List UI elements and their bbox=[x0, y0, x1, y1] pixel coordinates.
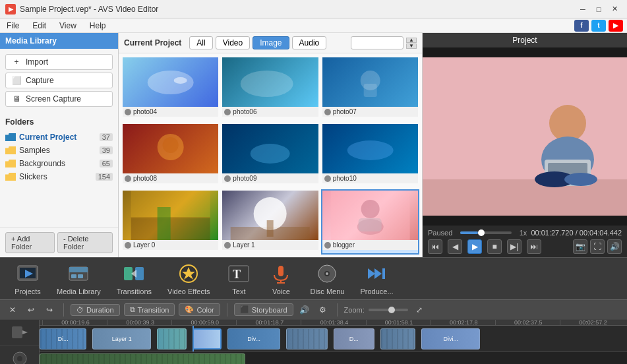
folder-backgrounds[interactable]: Backgrounds 65 bbox=[5, 157, 113, 170]
capture-button[interactable]: ⬜ Capture bbox=[5, 73, 113, 88]
transition-button[interactable]: ⧉ Transition bbox=[124, 303, 175, 316]
fullscreen-button[interactable]: ⛶ bbox=[590, 239, 605, 254]
expand-button[interactable]: ⤢ bbox=[412, 303, 427, 317]
minimize-button[interactable]: ─ bbox=[576, 3, 590, 15]
social-icons: f t ▶ bbox=[574, 20, 623, 32]
audio-clip-1[interactable] bbox=[40, 353, 245, 364]
folders-section: Folders Current Project 37 Samples 39 Ba… bbox=[0, 112, 118, 228]
progress-bar[interactable] bbox=[460, 231, 511, 234]
tool-transitions[interactable]: Transitions bbox=[110, 259, 158, 298]
tool-projects[interactable]: Projects bbox=[8, 259, 47, 298]
tool-video-effects[interactable]: Video Effects bbox=[161, 259, 216, 298]
capture-label: Capture bbox=[26, 76, 54, 85]
import-label: Import bbox=[26, 57, 48, 67]
duration-button[interactable]: ⏱ Duration bbox=[71, 304, 120, 316]
media-item-layer1[interactable]: Layer 1 bbox=[221, 189, 319, 255]
media-item-photo07[interactable]: photo07 bbox=[321, 56, 419, 121]
project-search[interactable] bbox=[351, 36, 403, 49]
stop-button[interactable]: ■ bbox=[487, 239, 502, 254]
filter-image[interactable]: Image bbox=[253, 36, 289, 49]
menu-edit[interactable]: Edit bbox=[30, 20, 49, 32]
settings-button[interactable]: ⚙ bbox=[316, 303, 330, 317]
clip-di[interactable]: Di... bbox=[40, 328, 86, 349]
play-button[interactable]: ▶ bbox=[467, 239, 482, 254]
ruler-mark: 00:02:57.2 bbox=[560, 320, 624, 326]
maximize-button[interactable]: □ bbox=[591, 3, 606, 15]
delete-folder-button[interactable]: - Delete Folder bbox=[57, 232, 113, 253]
controls-row1: Paused 1x 00:01:27.720 / 00:04:04.442 bbox=[428, 229, 622, 237]
text-icon: T bbox=[227, 262, 251, 286]
close-button[interactable]: ✕ bbox=[607, 3, 622, 15]
screen-capture-button[interactable]: 🖥 Screen Capture bbox=[5, 91, 113, 107]
skip-back-button[interactable]: ⏮ bbox=[428, 239, 442, 254]
clip-highlighted[interactable] bbox=[193, 328, 222, 349]
media-item-layer0[interactable]: Layer 0 bbox=[121, 189, 220, 255]
color-icon: 🎨 bbox=[185, 305, 194, 314]
ruler-mark: 00:01:18.7 bbox=[236, 320, 301, 326]
folder-actions: + Add Folder - Delete Folder bbox=[0, 228, 118, 257]
filter-all[interactable]: All bbox=[189, 36, 212, 49]
folder-name: Current Project bbox=[19, 133, 100, 142]
person-icon bbox=[324, 242, 331, 249]
folder-samples[interactable]: Samples 39 bbox=[5, 144, 113, 157]
step-forward-button[interactable]: ▶| bbox=[507, 239, 522, 254]
media-item-photo04[interactable]: photo04 bbox=[121, 56, 220, 121]
timeline-content: 00:00:19.6 00:00:39.3 00:00:59.0 00:01:1… bbox=[40, 320, 627, 364]
add-folder-button[interactable]: + Add Folder bbox=[5, 232, 55, 253]
volume-timeline-button[interactable]: 🔊 bbox=[297, 303, 312, 317]
tool-media-library[interactable]: Media Library bbox=[50, 259, 107, 298]
ruler-mark: 00:00:19.6 bbox=[42, 320, 107, 326]
import-button[interactable]: + Import bbox=[5, 54, 113, 70]
storyboard-label: Storyboard bbox=[252, 306, 287, 314]
scroll-down-button[interactable]: ▼ bbox=[406, 44, 417, 49]
twitter-icon[interactable]: t bbox=[591, 20, 606, 32]
youtube-icon[interactable]: ▶ bbox=[609, 20, 623, 32]
tool-produce[interactable]: Produce... bbox=[353, 259, 400, 298]
skip-forward-button[interactable]: ⏭ bbox=[527, 239, 541, 254]
screenshot-button[interactable]: 📷 bbox=[573, 239, 587, 254]
media-label: Layer 1 bbox=[222, 240, 318, 250]
capture-icon: ⬜ bbox=[11, 76, 22, 84]
clip-div[interactable]: Div... bbox=[227, 328, 280, 349]
clip-7[interactable] bbox=[380, 328, 415, 349]
media-item-photo10[interactable]: photo10 bbox=[321, 123, 419, 188]
menu-file[interactable]: File bbox=[4, 20, 22, 32]
svg-point-1 bbox=[174, 77, 187, 84]
media-item-photo09[interactable]: photo09 bbox=[221, 123, 319, 188]
folder-current-project[interactable]: Current Project 37 bbox=[5, 131, 113, 144]
folder-icon bbox=[5, 146, 16, 154]
redo-button[interactable]: ↪ bbox=[42, 303, 57, 317]
storyboard-button[interactable]: ⬛ Storyboard bbox=[234, 303, 293, 316]
media-item-blogger[interactable]: blogger bbox=[321, 189, 419, 255]
color-label: Color bbox=[196, 306, 214, 314]
media-item-photo08[interactable]: photo08 bbox=[121, 123, 220, 188]
folder-stickers[interactable]: Stickers 154 bbox=[5, 170, 113, 183]
scroll-up-button[interactable]: ▲ bbox=[406, 38, 417, 43]
filter-video[interactable]: Video bbox=[216, 36, 250, 49]
media-library-label: Media Library bbox=[57, 288, 101, 295]
svg-point-8 bbox=[347, 140, 393, 160]
volume-button[interactable]: 🔊 bbox=[607, 239, 622, 254]
timeline-delete-button[interactable]: ✕ bbox=[5, 303, 20, 317]
tool-voice[interactable]: Voice bbox=[261, 259, 301, 298]
undo-button[interactable]: ↩ bbox=[24, 303, 38, 317]
tool-text[interactable]: T Text bbox=[219, 259, 258, 298]
step-back-button[interactable]: ◀ bbox=[448, 239, 462, 254]
facebook-icon[interactable]: f bbox=[574, 20, 589, 32]
produce-label: Produce... bbox=[360, 288, 393, 295]
clip-5[interactable] bbox=[286, 328, 327, 349]
clip-layer1[interactable]: Layer 1 bbox=[92, 328, 151, 349]
clip-3[interactable] bbox=[157, 328, 187, 349]
clip-d[interactable]: D... bbox=[334, 328, 374, 349]
menu-bar: File Edit View Help f t ▶ bbox=[0, 18, 627, 33]
tool-disc-menu[interactable]: Disc Menu bbox=[303, 259, 351, 298]
clip-label: Di... bbox=[56, 336, 71, 342]
color-button[interactable]: 🎨 Color bbox=[179, 303, 220, 316]
disc-menu-label: Disc Menu bbox=[310, 288, 344, 295]
media-item-photo06[interactable]: photo06 bbox=[221, 56, 319, 121]
menu-help[interactable]: Help bbox=[87, 20, 109, 32]
menu-view[interactable]: View bbox=[57, 20, 79, 32]
zoom-slider[interactable] bbox=[369, 309, 408, 311]
filter-audio[interactable]: Audio bbox=[292, 36, 327, 49]
clip-divi[interactable]: Divi... bbox=[421, 328, 480, 349]
